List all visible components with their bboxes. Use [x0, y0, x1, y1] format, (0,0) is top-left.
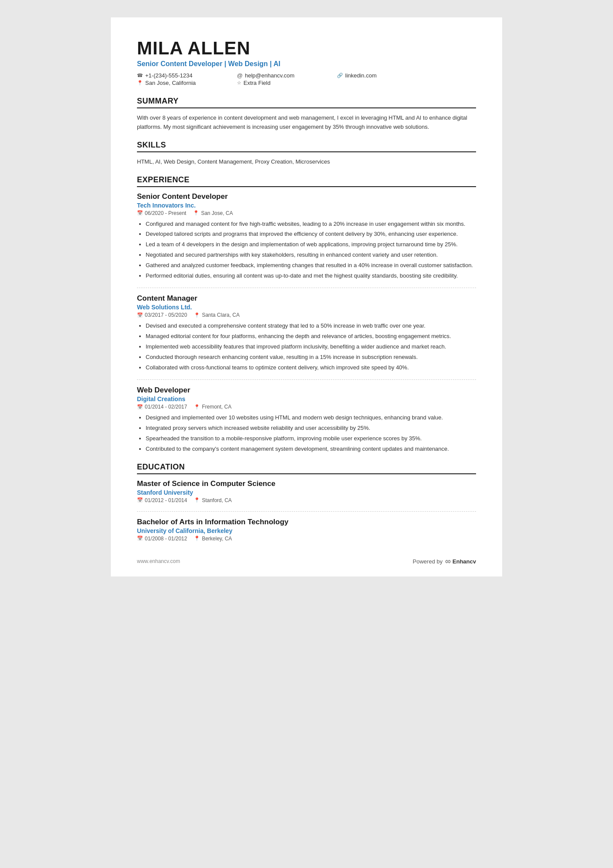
location-icon-2: 📍 — [194, 312, 200, 318]
location-icon-3: 📍 — [194, 404, 200, 410]
edu-entry-1: Master of Science in Computer Science St… — [137, 479, 476, 512]
bullet-item: Performed editorial duties, ensuring all… — [146, 271, 476, 281]
experience-section: EXPERIENCE Senior Content Developer Tech… — [137, 175, 476, 454]
edu-degree-1: Master of Science in Computer Science — [137, 479, 476, 488]
edu-degree-2: Bachelor of Arts in Information Technolo… — [137, 518, 476, 526]
bullet-item: Negotiated and secured partnerships with… — [146, 251, 476, 260]
skills-section: SKILLS HTML, AI, Web Design, Content Man… — [137, 141, 476, 167]
footer-brand: Powered by ∞ Enhancv — [413, 557, 476, 566]
bullet-item: Spearheaded the transition to a mobile-r… — [146, 434, 476, 443]
edu-dates-1: 📅 01/2012 - 01/2014 — [137, 497, 187, 503]
email-contact: @ help@enhancv.com — [237, 72, 324, 79]
job-location-2: 📍 Santa Clara, CA — [194, 312, 240, 318]
bullet-item: Conducted thorough research enhancing co… — [146, 353, 476, 362]
job-bullets-1: Configured and managed content for five … — [137, 220, 476, 281]
extra-field-contact: ☆ Extra Field — [237, 80, 324, 86]
summary-title: SUMMARY — [137, 97, 476, 108]
edu-meta-1: 📅 01/2012 - 01/2014 📍 Stanford, CA — [137, 497, 476, 503]
job-dates-2: 📅 03/2017 - 05/2020 — [137, 312, 187, 318]
company-name-2: Web Solutions Ltd. — [137, 304, 476, 311]
job-dates-1: 📅 06/2020 - Present — [137, 210, 186, 216]
education-title: EDUCATION — [137, 462, 476, 474]
job-bullets-3: Designed and implemented over 10 website… — [137, 413, 476, 453]
calendar-icon-1: 📅 — [137, 210, 143, 216]
calendar-icon-3: 📅 — [137, 404, 143, 410]
footer-website: www.enhancv.com — [137, 558, 180, 564]
experience-title: EXPERIENCE — [137, 175, 476, 187]
phone-icon: ☎ — [137, 73, 143, 78]
edu-entry-2: Bachelor of Arts in Information Technolo… — [137, 518, 476, 542]
linkedin-value: linkedin.com — [345, 72, 376, 79]
calendar-icon-2: 📅 — [137, 312, 143, 318]
bullet-item: Implemented web accessibility features t… — [146, 342, 476, 352]
edu-location-2: 📍 Berkeley, CA — [194, 536, 232, 542]
job-title-1: Senior Content Developer — [137, 192, 476, 201]
calendar-icon-edu-1: 📅 — [137, 497, 143, 503]
job-bullets-2: Devised and executed a comprehensive con… — [137, 322, 476, 372]
bullet-item: Designed and implemented over 10 website… — [146, 413, 476, 422]
bullet-item: Collaborated with cross-functional teams… — [146, 363, 476, 372]
skills-text: HTML, AI, Web Design, Content Management… — [137, 158, 476, 167]
bullet-item: Gathered and analyzed customer feedback,… — [146, 261, 476, 270]
candidate-title: Senior Content Developer | Web Design | … — [137, 60, 476, 68]
bullet-item: Led a team of 4 developers in the design… — [146, 240, 476, 249]
contact-grid: ☎ +1-(234)-555-1234 @ help@enhancv.com 🔗… — [137, 72, 476, 86]
location-icon: 📍 — [137, 80, 143, 86]
skills-title: SKILLS — [137, 141, 476, 152]
job-entry-2: Content Manager Web Solutions Ltd. 📅 03/… — [137, 294, 476, 380]
bullet-item: Configured and managed content for five … — [146, 220, 476, 229]
job-entry-1: Senior Content Developer Tech Innovators… — [137, 192, 476, 288]
bullet-item: Devised and executed a comprehensive con… — [146, 322, 476, 331]
job-meta-1: 📅 06/2020 - Present 📍 San Jose, CA — [137, 210, 476, 216]
location-icon-edu-2: 📍 — [194, 536, 200, 541]
linkedin-contact: 🔗 linkedin.com — [337, 72, 476, 79]
job-title-3: Web Developer — [137, 386, 476, 395]
calendar-icon-edu-2: 📅 — [137, 536, 143, 541]
summary-section: SUMMARY With over 8 years of experience … — [137, 97, 476, 132]
location-icon-edu-1: 📍 — [194, 497, 200, 503]
job-meta-2: 📅 03/2017 - 05/2020 📍 Santa Clara, CA — [137, 312, 476, 318]
enhancv-logo-icon: ∞ — [445, 557, 450, 566]
linkedin-icon: 🔗 — [337, 73, 343, 78]
email-value: help@enhancv.com — [245, 72, 294, 79]
location-value: San Jose, California — [145, 80, 196, 86]
phone-value: +1-(234)-555-1234 — [145, 72, 193, 79]
edu-school-2: University of California, Berkeley — [137, 527, 476, 534]
candidate-name: MILA ALLEN — [137, 38, 476, 58]
edu-meta-2: 📅 01/2008 - 01/2012 📍 Berkeley, CA — [137, 536, 476, 542]
resume-page: MILA ALLEN Senior Content Developer | We… — [111, 17, 502, 576]
company-name-1: Tech Innovators Inc. — [137, 202, 476, 209]
powered-by-label: Powered by — [413, 558, 443, 565]
email-icon: @ — [237, 72, 243, 79]
bullet-item: Developed tailored scripts and programs … — [146, 230, 476, 239]
bullet-item: Integrated proxy servers which increased… — [146, 424, 476, 433]
edu-dates-2: 📅 01/2008 - 01/2012 — [137, 536, 187, 542]
bullet-item: Contributed to the company's content man… — [146, 445, 476, 454]
brand-name: Enhancv — [453, 558, 476, 565]
edu-school-1: Stanford University — [137, 489, 476, 496]
summary-text: With over 8 years of experience in conte… — [137, 114, 476, 132]
education-section: EDUCATION Master of Science in Computer … — [137, 462, 476, 542]
job-dates-3: 📅 01/2014 - 02/2017 — [137, 404, 187, 410]
job-title-2: Content Manager — [137, 294, 476, 303]
job-location-3: 📍 Fremont, CA — [194, 404, 231, 410]
extra-field-value: Extra Field — [243, 80, 270, 86]
company-name-3: Digital Creations — [137, 395, 476, 402]
footer: www.enhancv.com Powered by ∞ Enhancv — [137, 557, 476, 566]
job-location-1: 📍 San Jose, CA — [193, 210, 233, 216]
edu-location-1: 📍 Stanford, CA — [194, 497, 232, 503]
star-icon: ☆ — [237, 80, 241, 86]
location-icon-1: 📍 — [193, 210, 199, 216]
job-entry-3: Web Developer Digital Creations 📅 01/201… — [137, 386, 476, 453]
phone-contact: ☎ +1-(234)-555-1234 — [137, 72, 224, 79]
job-meta-3: 📅 01/2014 - 02/2017 📍 Fremont, CA — [137, 404, 476, 410]
header: MILA ALLEN Senior Content Developer | We… — [137, 38, 476, 86]
bullet-item: Managed editorial content for four platf… — [146, 332, 476, 341]
location-contact: 📍 San Jose, California — [137, 80, 224, 86]
